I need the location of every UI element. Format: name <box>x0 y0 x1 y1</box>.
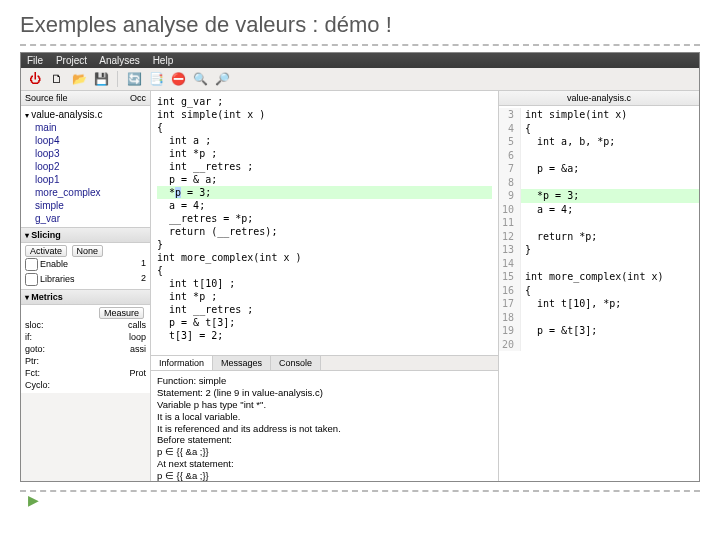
metric-label: if: <box>25 332 32 342</box>
menubar: File Project Analyses Help <box>21 53 699 68</box>
toolbar: ⏻ 🗋 📂 💾 🔄 📑 ⛔ 🔍 🔎 <box>21 68 699 91</box>
new-file-icon[interactable]: 🗋 <box>49 71 65 87</box>
open-icon[interactable]: 📂 <box>71 71 87 87</box>
refresh-icon[interactable]: 🔄 <box>126 71 142 87</box>
main-area: Source file Occ value-analysis.c main lo… <box>21 91 699 481</box>
tree-item[interactable]: simple <box>23 199 148 212</box>
original-code-view[interactable]: 3int simple(int x)4{5 int a, b, *p;67 p … <box>499 106 699 481</box>
menu-help[interactable]: Help <box>153 55 174 66</box>
metrics-panel-title[interactable]: Metrics <box>21 289 150 305</box>
tab-information[interactable]: Information <box>151 356 213 370</box>
tree-item[interactable]: loop2 <box>23 160 148 173</box>
metric-label: Cyclo: <box>25 380 50 390</box>
menu-project[interactable]: Project <box>56 55 87 66</box>
metrics-panel: Measure sloc:calls if:loop goto:assi Ptr… <box>21 305 150 393</box>
metric-label: Ptr: <box>25 356 39 366</box>
save-icon[interactable]: 💾 <box>93 71 109 87</box>
tab-messages[interactable]: Messages <box>213 356 271 370</box>
tree-item[interactable]: more_complex <box>23 186 148 199</box>
zoom-out-icon[interactable]: 🔍 <box>192 71 208 87</box>
enable-label: Enable <box>40 259 68 269</box>
menu-analyses[interactable]: Analyses <box>99 55 140 66</box>
menu-file[interactable]: File <box>27 55 43 66</box>
copy-icon[interactable]: 📑 <box>148 71 164 87</box>
tree-item[interactable]: loop4 <box>23 134 148 147</box>
libraries-count: 2 <box>141 273 146 286</box>
tree-item[interactable]: loop3 <box>23 147 148 160</box>
metric-label: goto: <box>25 344 45 354</box>
libraries-checkbox[interactable] <box>25 273 38 286</box>
slide-bullet-icon: ▶ <box>28 492 720 508</box>
col-source-file: Source file <box>25 93 130 103</box>
toolbar-separator <box>117 71 118 87</box>
tree-item[interactable]: loop1 <box>23 173 148 186</box>
slicing-panel-title[interactable]: Slicing <box>21 227 150 243</box>
metric-value: assi <box>130 344 146 354</box>
tab-console[interactable]: Console <box>271 356 321 370</box>
zoom-in-icon[interactable]: 🔎 <box>214 71 230 87</box>
slicing-panel: Activate None Enable 1 Libraries 2 <box>21 243 150 289</box>
tree-item[interactable]: main <box>23 121 148 134</box>
col-occ: Occ <box>130 93 146 103</box>
right-panel: value-analysis.c 3int simple(int x)4{5 i… <box>499 91 699 481</box>
bottom-tabs: Information Messages Console <box>151 355 498 371</box>
source-filename: value-analysis.c <box>499 91 699 106</box>
metric-value: Prot <box>129 368 146 378</box>
enable-count: 1 <box>141 258 146 271</box>
metric-value: calls <box>128 320 146 330</box>
power-icon[interactable]: ⏻ <box>27 71 43 87</box>
measure-button[interactable]: Measure <box>99 307 144 319</box>
left-panel: Source file Occ value-analysis.c main lo… <box>21 91 151 481</box>
metric-label: sloc: <box>25 320 44 330</box>
information-panel: Function: simpleStatement: 2 (line 9 in … <box>151 371 498 481</box>
none-button[interactable]: None <box>72 245 104 257</box>
divider-top <box>20 44 700 46</box>
libraries-label: Libraries <box>40 274 75 284</box>
source-tree[interactable]: value-analysis.c main loop4 loop3 loop2 … <box>21 106 150 227</box>
center-panel: int g_var ;int simple(int x ){ int a ; i… <box>151 91 499 481</box>
metric-value: loop <box>129 332 146 342</box>
stop-icon[interactable]: ⛔ <box>170 71 186 87</box>
source-tree-header: Source file Occ <box>21 91 150 106</box>
tree-root[interactable]: value-analysis.c <box>23 108 148 121</box>
app-window: File Project Analyses Help ⏻ 🗋 📂 💾 🔄 📑 ⛔… <box>20 52 700 482</box>
metric-label: Fct: <box>25 368 40 378</box>
activate-button[interactable]: Activate <box>25 245 67 257</box>
slide-title: Exemples analyse de valeurs : démo ! <box>0 0 720 44</box>
tree-item[interactable]: g_var <box>23 212 148 225</box>
normalized-code-view[interactable]: int g_var ;int simple(int x ){ int a ; i… <box>151 91 498 355</box>
enable-checkbox[interactable] <box>25 258 38 271</box>
